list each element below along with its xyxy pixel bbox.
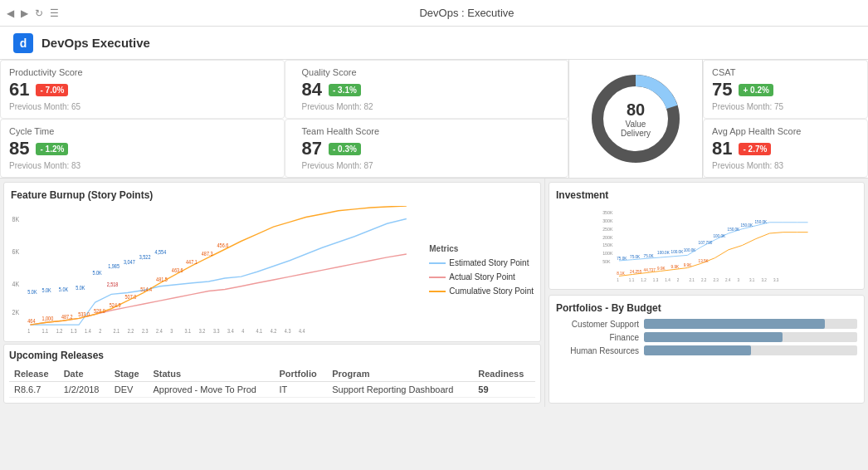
portfolio-bars: Customer Support Finance Human Resources [556, 319, 857, 355]
svg-text:5.0K: 5.0K [59, 286, 69, 292]
svg-text:3.2: 3.2 [199, 327, 206, 334]
svg-text:75.0K: 75.0K [617, 257, 627, 261]
portfolio-name-3: Human Resources [556, 346, 639, 355]
svg-text:4.4: 4.4 [299, 327, 305, 334]
cycle-badge: - 1.2% [36, 143, 68, 155]
svg-text:4.2: 4.2 [271, 327, 277, 334]
svg-text:24,255: 24,255 [630, 270, 642, 274]
svg-text:2.4: 2.4 [156, 327, 163, 334]
svg-text:3.3: 3.3 [773, 278, 779, 282]
app-header: d DevOps Executive [0, 27, 868, 60]
burnup-title: Feature Burnup (Story Points) [11, 189, 534, 201]
svg-text:100.0K: 100.0K [713, 234, 726, 238]
svg-text:1.3: 1.3 [653, 278, 659, 282]
team-health-card: Team Health Score 87 - 0.3% Previous Mon… [285, 119, 569, 178]
back-icon[interactable]: ◀ [7, 7, 14, 19]
svg-text:75.0K: 75.0K [630, 255, 641, 259]
productivity-value: 61 [9, 79, 29, 100]
cycle-prev: Previous Month: 83 [9, 161, 276, 170]
readiness-cell: 59 [473, 381, 535, 397]
avg-health-prev: Previous Month: 83 [712, 161, 859, 170]
col-date: Date [59, 366, 110, 382]
svg-text:463.6: 463.6 [172, 267, 183, 274]
svg-text:6K: 6K [12, 247, 20, 256]
date-cell: 1/2/2018 [59, 381, 110, 397]
svg-text:2: 2 [99, 327, 102, 334]
svg-text:4: 4 [241, 327, 245, 334]
avg-health-card: Avg App Health Score 81 - 2.7% Previous … [703, 119, 868, 178]
svg-text:9.9K: 9.9K [684, 263, 692, 267]
portfolio-item: Human Resources [556, 345, 857, 355]
portfolio-bar-bg-1 [644, 319, 857, 329]
portfolio-section: Portfolios - By Budget Customer Support … [549, 295, 865, 403]
svg-text:3.1: 3.1 [184, 327, 191, 334]
forward-icon[interactable]: ▶ [21, 7, 28, 19]
portfolio-bar-bg-3 [644, 345, 857, 355]
productivity-badge: - 7.0% [36, 84, 68, 96]
svg-text:250K: 250K [602, 227, 613, 232]
team-health-label: Team Health Score [302, 126, 560, 136]
svg-text:3.4: 3.4 [227, 327, 234, 334]
investment-section: Investment 350K 300K 250K 200K 150K 100K… [549, 182, 865, 290]
svg-text:13.5K: 13.5K [699, 259, 710, 263]
productivity-card: Productivity Score 61 - 7.0% Previous Mo… [0, 60, 285, 119]
releases-table: Release Date Stage Status Portfolio Prog… [9, 366, 535, 398]
release-cell: R8.6.7 [9, 381, 59, 397]
portfolio-item: Finance [556, 332, 857, 342]
svg-text:1: 1 [27, 327, 31, 334]
col-program: Program [327, 366, 473, 382]
cycle-card: Cycle Time 85 - 1.2% Previous Month: 83 [0, 119, 285, 178]
table-row: R8.6.7 1/2/2018 DEV Approved - Move To P… [9, 381, 535, 397]
team-health-value: 87 [302, 138, 322, 159]
svg-text:3.2: 3.2 [761, 278, 767, 282]
svg-text:1,000: 1,000 [42, 316, 54, 322]
svg-text:4,554: 4,554 [155, 248, 167, 255]
svg-text:1.4: 1.4 [85, 327, 91, 334]
svg-text:75.0K: 75.0K [644, 254, 655, 258]
csat-card: CSAT 75 + 0.2% Previous Month: 75 [703, 60, 868, 119]
col-status: Status [148, 366, 274, 382]
svg-text:1.4: 1.4 [665, 278, 671, 282]
csat-prev: Previous Month: 75 [712, 102, 859, 111]
portfolio-name-2: Finance [556, 333, 639, 342]
releases-title: Upcoming Releases [9, 350, 535, 361]
svg-text:4K: 4K [12, 280, 20, 288]
portfolio-cell: IT [274, 381, 327, 397]
quality-value: 84 [302, 79, 322, 100]
donut-chart: 80 Value Delivery [586, 69, 685, 169]
svg-text:5.0K: 5.0K [42, 287, 52, 294]
svg-text:300K: 300K [602, 218, 613, 223]
svg-text:8.1K: 8.1K [617, 272, 625, 276]
productivity-prev: Previous Month: 65 [9, 102, 276, 111]
burnup-section: Feature Burnup (Story Points) 8K 6K 4K 2… [3, 182, 541, 342]
notes-icon[interactable]: ☰ [50, 7, 59, 19]
portfolio-bar-3 [644, 345, 751, 355]
cycle-label: Cycle Time [9, 126, 276, 136]
portfolio-bar-1 [644, 319, 825, 329]
quality-card: Quality Score 84 - 3.1% Previous Month: … [285, 60, 569, 119]
svg-text:150K: 150K [602, 242, 613, 247]
csat-value: 75 [712, 79, 732, 100]
col-stage: Stage [110, 366, 149, 382]
svg-text:100K: 100K [602, 251, 613, 256]
svg-text:514.4: 514.4 [140, 286, 152, 292]
titlebar: ◀ ▶ ↻ ☰ DevOps : Executive [0, 0, 868, 27]
investment-chart: 350K 300K 250K 200K 150K 100K 50K 75.0K … [556, 206, 857, 282]
svg-text:2.1: 2.1 [689, 278, 695, 282]
svg-text:487.3: 487.3 [202, 250, 213, 257]
refresh-icon[interactable]: ↻ [35, 7, 43, 19]
portfolio-bar-2 [644, 332, 783, 342]
svg-text:9.9K: 9.9K [671, 265, 680, 269]
svg-text:2.1: 2.1 [114, 327, 120, 334]
svg-text:1,985: 1,985 [108, 263, 119, 270]
avg-health-value: 81 [712, 138, 732, 159]
investment-title: Investment [556, 189, 857, 201]
svg-text:487.2: 487.2 [61, 314, 73, 321]
svg-text:100.0K: 100.0K [657, 251, 671, 255]
svg-text:50K: 50K [602, 259, 611, 264]
svg-text:2: 2 [677, 278, 680, 282]
team-health-badge: - 0.3% [329, 143, 361, 155]
svg-text:150.0K: 150.0K [740, 223, 753, 228]
svg-text:2.2: 2.2 [701, 278, 707, 282]
svg-text:456.6: 456.6 [217, 242, 229, 249]
